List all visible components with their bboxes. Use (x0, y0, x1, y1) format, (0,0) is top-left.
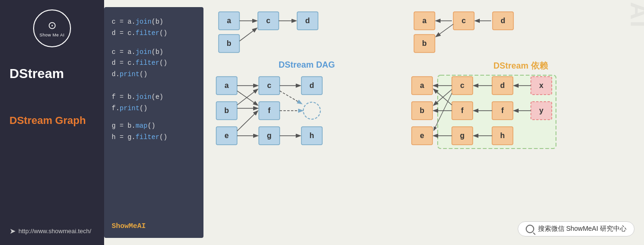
svg-text:d: d (501, 17, 505, 25)
dag-bottom: a b e c f g d h (214, 74, 400, 152)
dag-label: DStream DAG (279, 60, 335, 70)
svg-text:g: g (267, 131, 272, 140)
search-bar[interactable]: 搜索微信 ShowMeAI 研究中心 (518, 221, 635, 236)
dep-simple-svg: a c d b (409, 7, 561, 54)
svg-text:d: d (500, 81, 505, 89)
svg-text:c: c (266, 17, 271, 25)
svg-text:x: x (539, 81, 543, 89)
code-footer: ShowMeAI (112, 222, 196, 230)
svg-text:a: a (225, 81, 229, 89)
dep-full-svg: a b e c f g d f (409, 74, 561, 150)
cursor-icon: ➤ (9, 227, 16, 236)
dag-simple-svg: a c d b (214, 7, 351, 54)
svg-text:f: f (461, 106, 464, 114)
svg-line-46 (280, 91, 301, 104)
svg-point-36 (303, 102, 320, 119)
search-text: 搜索微信 ShowMeAI 研究中心 (538, 225, 626, 233)
code-block-3: g = b.map() h = g.filter() (112, 121, 196, 143)
svg-text:h: h (309, 131, 314, 140)
code-panel: c = a.join(b) d = c.filter() c = a.join(… (104, 7, 203, 238)
svg-text:c: c (461, 17, 466, 25)
dep-label: DStream 依赖 (494, 61, 548, 70)
svg-text:b: b (420, 106, 424, 114)
url-text: http://www.showmeai.tech/ (18, 228, 91, 235)
svg-text:e: e (420, 131, 424, 140)
svg-text:a: a (422, 17, 426, 25)
svg-text:y: y (539, 106, 543, 114)
logo-text: Show Me AI (39, 33, 64, 37)
svg-text:b: b (224, 106, 229, 114)
sidebar-title: DStream (5, 66, 64, 81)
svg-text:e: e (225, 131, 229, 140)
svg-text:a: a (227, 17, 231, 25)
svg-text:d: d (309, 81, 314, 89)
svg-line-21 (436, 24, 453, 36)
svg-text:h: h (500, 131, 505, 140)
logo: ⊙ Show Me AI (33, 9, 71, 47)
svg-text:c: c (267, 81, 272, 89)
svg-line-44 (237, 111, 257, 131)
svg-text:d: d (305, 17, 310, 25)
dep-bottom: a b e c f g d f (409, 74, 632, 152)
svg-text:b: b (422, 39, 427, 47)
svg-text:g: g (460, 131, 465, 140)
dag-top-simple: a c d b (214, 7, 400, 56)
svg-text:b: b (227, 39, 231, 47)
svg-text:a: a (420, 81, 424, 89)
dep-top: a c d b (409, 7, 632, 56)
logo-icon: ⊙ (48, 19, 56, 32)
svg-line-10 (239, 28, 256, 41)
svg-text:f: f (268, 106, 271, 114)
dag-full-svg: a b e c f g d h (214, 74, 356, 150)
sidebar: ⊙ Show Me AI DStream DStream Graph ➤ htt… (0, 0, 104, 245)
sidebar-url: ➤ http://www.showmeai.tech/ (5, 227, 91, 236)
content-wrapper: ShowMeAI c = a.join(b) d = c.filter() c … (104, 0, 644, 245)
search-icon (526, 225, 534, 233)
svg-text:c: c (460, 81, 464, 89)
code-block-2: c = a.join(b) d = c.filter() d.print() f… (112, 47, 196, 114)
svg-text:f: f (501, 106, 504, 114)
diagram-area: a c d b (209, 7, 637, 238)
sidebar-subtitle: DStream Graph (5, 114, 86, 127)
code-block-1: c = a.join(b) d = c.filter() (112, 17, 196, 39)
